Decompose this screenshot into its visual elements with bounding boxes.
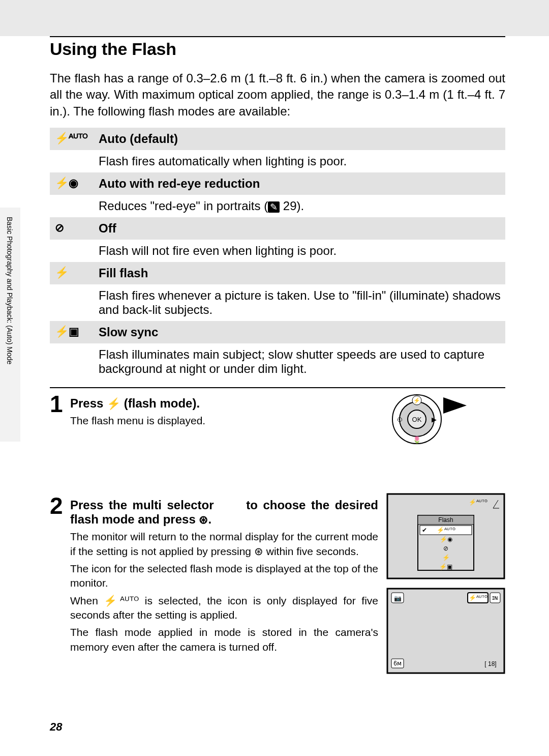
ok-icon: ⊛ <box>199 513 208 526</box>
header-gray-top <box>0 0 549 36</box>
title-rule <box>50 36 505 37</box>
svg-text:📷: 📷 <box>394 594 402 602</box>
flash-icon: ⚡ <box>107 397 120 410</box>
screen1-label: Flash <box>438 516 453 524</box>
page-title: Using the Flash <box>50 39 505 59</box>
mode-icon: ⚡▣ <box>50 321 96 343</box>
mode-name: Auto (default) <box>96 128 505 150</box>
side-tab-label: Basic Photography and Playback: (Auto) M… <box>6 217 14 364</box>
page-number: 28 <box>50 720 62 734</box>
flash-modes-table: ⚡ᴬᵁᵀᴼAuto (default) Flash fires automati… <box>50 128 505 380</box>
mode-icon: ⚡◉ <box>50 172 96 195</box>
step2-screens: ⚡ᴬᵁᵀᴼ Flash ✔ ⚡ᴬᵁᵀᴼ ⚡◉ ⊘ ⚡ ⚡▣ <box>386 493 505 674</box>
svg-text:🌷: 🌷 <box>413 435 421 444</box>
svg-text:⏲: ⏲ <box>396 416 403 423</box>
multi-selector-figure: OK ⚡ 🌷 ⏲ ▶ <box>386 391 505 447</box>
mode-desc: Flash illuminates main subject; slow shu… <box>96 343 505 380</box>
mode-name: Fill flash <box>96 262 505 284</box>
intro-paragraph: The flash has a range of 0.3–2.6 m (1 ft… <box>50 70 505 120</box>
mode-desc: Reduces "red-eye" in portraits (✎ 29). <box>96 195 505 217</box>
mode-name: Slow sync <box>96 321 505 343</box>
flash-auto-icon: ⚡ᴬᵁᵀᴼ <box>104 595 139 606</box>
mode-name: Off <box>96 217 505 240</box>
svg-text:ɪɴ: ɪɴ <box>492 594 498 601</box>
svg-text:⊘: ⊘ <box>443 545 448 552</box>
ref-page-icon: ✎ <box>268 201 280 213</box>
svg-text:⚡ᴬᵁᵀᴼ: ⚡ᴬᵁᵀᴼ <box>437 526 455 534</box>
svg-text:⚡◉: ⚡◉ <box>440 535 452 543</box>
mode-icon: ⚡ᴬᵁᵀᴼ <box>50 128 96 150</box>
mode-desc: Flash fires whenever a picture is taken.… <box>96 284 505 321</box>
svg-text:6ᴍ: 6ᴍ <box>393 660 402 667</box>
mode-icon: ⚡ <box>50 262 96 284</box>
side-tab: Basic Photography and Playback: (Auto) M… <box>0 208 20 442</box>
mode-icon: ⊘ <box>50 217 96 240</box>
mode-name: Auto with red-eye reduction <box>96 172 505 195</box>
svg-text:⚡▣: ⚡▣ <box>439 563 452 570</box>
svg-text:⚡ᴬᵁᵀᴼ: ⚡ᴬᵁᵀᴼ <box>469 594 487 601</box>
step-number: 2 <box>50 494 67 517</box>
screen1-top-icon: ⚡ᴬᵁᵀᴼ <box>469 498 487 506</box>
svg-text:✔: ✔ <box>422 527 427 534</box>
step-number: 1 <box>50 392 67 416</box>
table-end-rule <box>50 387 505 388</box>
svg-text:[  18]: [ 18] <box>484 660 496 667</box>
mode-desc: Flash will not fire even when lighting i… <box>96 240 505 262</box>
mode-desc: Flash fires automatically when lighting … <box>96 150 505 172</box>
svg-text:▶: ▶ <box>432 416 437 423</box>
svg-text:⚡: ⚡ <box>413 397 420 404</box>
svg-text:⚡: ⚡ <box>442 554 450 561</box>
ok-icon: ⊛ <box>254 545 263 557</box>
svg-text:OK: OK <box>412 416 422 423</box>
svg-marker-9 <box>443 397 467 414</box>
